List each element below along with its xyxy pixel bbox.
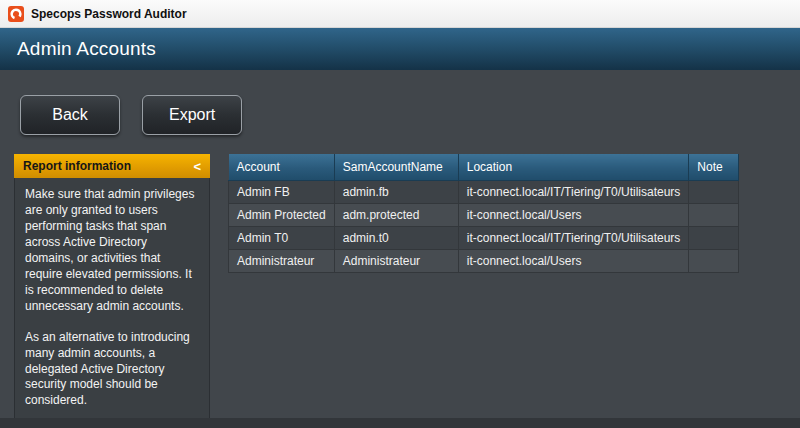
page-header: Admin Accounts [0,28,800,70]
window-titlebar[interactable]: Specops Password Auditor [0,0,800,28]
table-cell [689,249,739,272]
table-cell: it-connect.local/IT/Tiering/T0/Utilisate… [458,180,689,203]
report-info-text: Make sure that admin privileges are only… [14,178,210,428]
bottom-strip [0,418,800,428]
toolbar: Back Export [0,70,800,135]
back-button[interactable]: Back [20,95,120,135]
column-header[interactable]: SamAccountName [334,154,458,180]
table-cell [689,203,739,226]
table-cell: admin.fb [334,180,458,203]
admin-accounts-table: AccountSamAccountNameLocationNote Admin … [228,154,739,273]
app-logo-icon [8,6,24,22]
window-title: Specops Password Auditor [31,7,187,21]
collapse-panel-icon: < [193,159,201,174]
table-row[interactable]: Admin Protectedadm.protectedit-connect.l… [229,203,739,226]
table-cell: it-connect.local/Users [458,249,689,272]
table-cell [689,180,739,203]
main-row: Report information < Make sure that admi… [14,154,800,428]
export-button[interactable]: Export [142,95,242,135]
report-info-header[interactable]: Report information < [14,154,210,178]
table-cell [689,226,739,249]
report-info-title: Report information [23,159,131,173]
table-header-row: AccountSamAccountNameLocationNote [229,154,739,180]
table-cell: adm.protected [334,203,458,226]
table-cell: it-connect.local/Users [458,203,689,226]
table-cell: Admin FB [229,180,335,203]
table-cell: Administrateur [229,249,335,272]
page-title: Admin Accounts [17,38,156,60]
table-cell: Admin Protected [229,203,335,226]
content-area: Back Export Report information < Make su… [0,70,800,428]
table-cell: Admin T0 [229,226,335,249]
report-info-panel: Report information < Make sure that admi… [14,154,210,428]
table-row[interactable]: AdministrateurAdministrateurit-connect.l… [229,249,739,272]
info-paragraph: As an alternative to introducing many ad… [25,330,199,410]
admin-accounts-table-wrap: AccountSamAccountNameLocationNote Admin … [228,154,739,273]
column-header[interactable]: Note [689,154,739,180]
table-cell: admin.t0 [334,226,458,249]
table-cell: Administrateur [334,249,458,272]
table-cell: it-connect.local/IT/Tiering/T0/Utilisate… [458,226,689,249]
column-header[interactable]: Account [229,154,335,180]
table-body: Admin FBadmin.fbit-connect.local/IT/Tier… [229,180,739,272]
column-header[interactable]: Location [458,154,689,180]
table-row[interactable]: Admin T0admin.t0it-connect.local/IT/Tier… [229,226,739,249]
info-paragraph: Make sure that admin privileges are only… [25,187,199,315]
table-row[interactable]: Admin FBadmin.fbit-connect.local/IT/Tier… [229,180,739,203]
